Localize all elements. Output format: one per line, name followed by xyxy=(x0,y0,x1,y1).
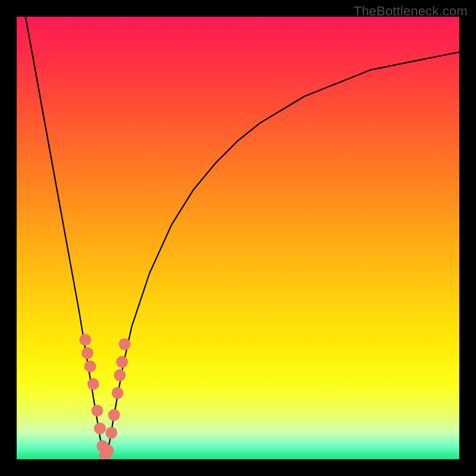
data-point xyxy=(91,405,103,416)
data-point xyxy=(114,369,126,381)
data-point xyxy=(108,409,120,421)
data-point xyxy=(84,361,96,372)
data-point xyxy=(112,387,124,399)
bottleneck-chart xyxy=(17,17,459,459)
watermark-text: TheBottleneck.com xyxy=(353,4,468,19)
data-point xyxy=(102,444,114,456)
data-point xyxy=(94,422,106,434)
curve xyxy=(26,17,459,459)
data-point xyxy=(82,347,93,359)
data-point xyxy=(105,427,117,439)
frame: TheBottleneck.com xyxy=(0,0,476,476)
plot-area xyxy=(17,17,459,459)
data-point xyxy=(87,378,99,390)
data-point xyxy=(79,334,91,346)
data-point xyxy=(116,356,128,368)
data-point xyxy=(119,339,131,350)
